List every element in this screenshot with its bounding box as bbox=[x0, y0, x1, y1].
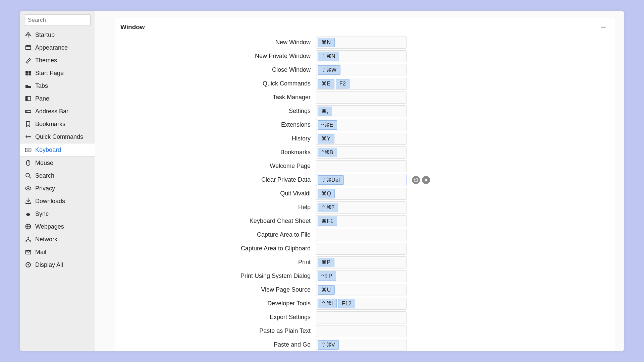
shortcut-input[interactable] bbox=[316, 325, 407, 337]
display-all-icon bbox=[25, 261, 32, 268]
shortcut-input[interactable] bbox=[316, 92, 407, 104]
shortcut-chip[interactable]: ⇧⌘? bbox=[318, 203, 338, 212]
shortcut-input[interactable]: ⌘Q bbox=[316, 188, 407, 200]
shortcut-row: Extensions^⌘E bbox=[118, 118, 612, 132]
shortcut-input[interactable]: ⌘F1 bbox=[316, 215, 407, 227]
settings-main: Window − New Window⌘NNew Private Window⇧… bbox=[95, 11, 624, 351]
sidebar-item-mouse[interactable]: Mouse bbox=[20, 157, 95, 169]
sidebar-item-label: Startup bbox=[35, 32, 55, 39]
shortcut-chip[interactable]: ⌘Y bbox=[318, 134, 334, 143]
mail-icon bbox=[25, 249, 32, 255]
shortcut-input[interactable]: ⌘P bbox=[316, 256, 407, 268]
shortcut-row: Paste as Plain Text bbox=[118, 324, 612, 338]
sidebar-item-keyboard[interactable]: Keyboard bbox=[20, 143, 95, 157]
shortcut-rows: New Window⌘NNew Private Window⇧⌘NClose W… bbox=[118, 36, 612, 351]
sidebar-item-label: Panel bbox=[35, 95, 51, 102]
shortcut-chip[interactable]: F12 bbox=[338, 299, 355, 308]
shortcut-row: Capture Area to Clipboard bbox=[118, 242, 612, 255]
shortcut-input[interactable]: ^⇧P bbox=[316, 270, 407, 282]
shortcut-chip[interactable]: ⌘U bbox=[318, 285, 335, 295]
shortcut-label: Print bbox=[118, 259, 312, 266]
shortcut-label: Capture Area to File bbox=[118, 231, 312, 238]
sidebar-item-panel[interactable]: Panel bbox=[20, 92, 95, 105]
shortcut-input[interactable]: ⇧⌘IF12 bbox=[316, 298, 407, 310]
shortcut-input[interactable] bbox=[316, 160, 407, 172]
address-bar-icon bbox=[25, 108, 32, 115]
sidebar-item-webpages[interactable]: Webpages bbox=[20, 220, 95, 233]
shortcut-chip[interactable]: ⇧⌘Del bbox=[318, 175, 344, 185]
sidebar-item-quick-commands[interactable]: Quick Commands bbox=[20, 130, 95, 143]
shortcut-chip[interactable]: ⌘, bbox=[318, 107, 332, 116]
sidebar-item-display-all[interactable]: Display All bbox=[20, 258, 95, 271]
shortcut-label: Keyboard Cheat Sheet bbox=[118, 218, 312, 225]
themes-icon bbox=[25, 57, 32, 64]
shortcut-row: Developer Tools⇧⌘IF12 bbox=[118, 297, 612, 310]
shortcut-row: Keyboard Cheat Sheet⌘F1 bbox=[118, 214, 612, 228]
sidebar-item-themes[interactable]: Themes bbox=[20, 54, 95, 67]
shortcut-chip[interactable]: ^⌘B bbox=[318, 148, 337, 157]
shortcut-input[interactable] bbox=[316, 311, 407, 323]
shortcut-chip[interactable]: ⌘E bbox=[318, 79, 334, 88]
sidebar-item-mail[interactable]: Mail bbox=[20, 246, 95, 258]
shortcut-input[interactable]: ⌘U bbox=[316, 284, 407, 296]
sidebar-item-network[interactable]: Network bbox=[20, 233, 95, 246]
sidebar-item-sync[interactable]: Sync bbox=[20, 207, 95, 220]
shortcut-row: Paste and Go⇧⌘V bbox=[118, 338, 612, 351]
sidebar-item-search[interactable]: Search bbox=[20, 169, 95, 182]
shortcut-input[interactable]: ⌘EF2 bbox=[316, 78, 407, 90]
sidebar-item-privacy[interactable]: Privacy bbox=[20, 182, 95, 195]
shortcut-input[interactable] bbox=[316, 243, 407, 255]
shortcut-chip[interactable]: ^⌘E bbox=[318, 120, 337, 130]
shortcut-label: View Page Source bbox=[118, 286, 312, 293]
keyboard-icon bbox=[25, 146, 32, 153]
shortcut-input[interactable]: ⇧⌘V bbox=[316, 339, 407, 351]
shortcut-label: New Window bbox=[118, 39, 312, 46]
sidebar-item-label: Mail bbox=[35, 249, 46, 256]
shortcut-chip[interactable]: ⇧⌘V bbox=[318, 340, 339, 350]
shortcut-input[interactable]: ^⌘B bbox=[316, 146, 407, 159]
shortcut-chip[interactable]: F2 bbox=[336, 79, 350, 88]
shortcut-input[interactable]: ⌘Y bbox=[316, 133, 407, 145]
shortcut-chip[interactable]: ⌘Q bbox=[318, 189, 335, 198]
search-icon bbox=[25, 172, 32, 179]
shortcut-label: Extensions bbox=[118, 121, 312, 128]
shortcut-row: Quit Vivaldi⌘Q bbox=[118, 187, 612, 200]
network-icon bbox=[25, 236, 32, 243]
shortcut-chip[interactable]: ⌘P bbox=[318, 258, 334, 267]
shortcut-input[interactable]: ^⌘E bbox=[316, 119, 407, 131]
sidebar-item-start-page[interactable]: Start Page bbox=[20, 67, 95, 79]
shortcut-row: Export Settings bbox=[118, 310, 612, 324]
shortcut-input[interactable] bbox=[316, 229, 407, 241]
sidebar-item-appearance[interactable]: Appearance bbox=[20, 41, 95, 54]
section-title: Window bbox=[120, 23, 145, 31]
sidebar-item-startup[interactable]: Startup bbox=[20, 28, 95, 41]
startup-icon bbox=[25, 32, 32, 38]
shortcut-input[interactable]: ⌘N bbox=[316, 37, 407, 49]
sidebar-item-downloads[interactable]: Downloads bbox=[20, 195, 95, 207]
shortcut-row: Close Window⇧⌘W bbox=[118, 63, 612, 77]
sidebar-item-bookmarks[interactable]: Bookmarks bbox=[20, 118, 95, 130]
shortcut-chip[interactable]: ⇧⌘N bbox=[318, 52, 339, 61]
shortcut-chip[interactable]: ⇧⌘W bbox=[318, 65, 340, 75]
shortcut-input[interactable]: ⇧⌘Del bbox=[316, 174, 407, 186]
shortcut-input[interactable]: ⇧⌘N bbox=[316, 50, 407, 62]
settings-sidebar: StartupAppearanceThemesStart PageTabsPan… bbox=[20, 11, 95, 351]
shortcut-chip[interactable]: ^⇧P bbox=[318, 272, 336, 281]
shortcut-input[interactable]: ⇧⌘W bbox=[316, 64, 407, 76]
shortcut-input[interactable]: ⇧⌘? bbox=[316, 201, 407, 214]
sidebar-item-label: Privacy bbox=[35, 185, 55, 192]
sidebar-item-address-bar[interactable]: Address Bar bbox=[20, 105, 95, 118]
shortcut-chip[interactable]: ⌘F1 bbox=[318, 217, 337, 226]
clear-shortcut-button[interactable] bbox=[422, 176, 430, 184]
start-page-icon bbox=[25, 70, 32, 76]
sidebar-item-tabs[interactable]: Tabs bbox=[20, 79, 95, 92]
privacy-icon bbox=[25, 185, 32, 192]
shortcut-label: Paste as Plain Text bbox=[118, 327, 312, 335]
shortcut-chip[interactable]: ⌘N bbox=[318, 38, 335, 47]
shortcut-chip[interactable]: ⇧⌘I bbox=[318, 299, 337, 308]
search-input[interactable] bbox=[24, 14, 91, 26]
shortcut-input[interactable]: ⌘, bbox=[316, 105, 407, 117]
collapse-button[interactable]: − bbox=[598, 25, 609, 29]
shortcut-label: Settings bbox=[118, 108, 312, 115]
reset-shortcut-button[interactable] bbox=[412, 176, 420, 184]
